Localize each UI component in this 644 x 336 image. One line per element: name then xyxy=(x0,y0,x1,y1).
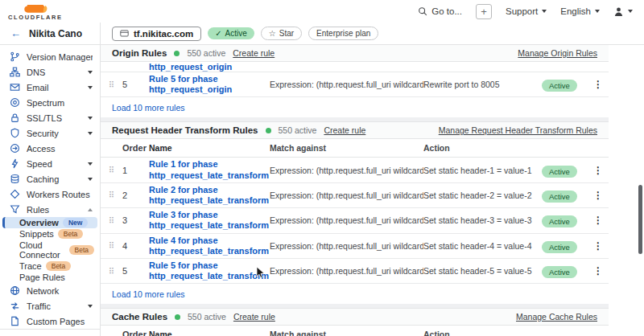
manage-rules-link[interactable]: Manage Cache Rules xyxy=(516,312,597,322)
rule-name-link[interactable]: http_request_origin xyxy=(149,62,232,72)
load-more-link[interactable]: Load 10 more rules xyxy=(112,103,184,113)
section-header: Origin Rules550 activeCreate ruleManage … xyxy=(101,45,609,62)
kebab-menu-button[interactable]: ⋮ xyxy=(588,215,609,226)
chevron-down-icon xyxy=(542,10,547,13)
rule-name-link[interactable]: Rule 2 for phasehttp_request_late_transf… xyxy=(149,185,266,206)
sidebar-item-label: SSL/TLS xyxy=(27,113,81,123)
kebab-menu-button[interactable]: ⋮ xyxy=(588,190,609,201)
sidebar-subitem-label: Trace xyxy=(19,261,42,271)
sidebar-item-label: Custom Pages xyxy=(27,317,93,326)
sidebar-subitem-cloud-connector[interactable]: Cloud ConnectorBeta xyxy=(2,240,97,260)
create-rule-link[interactable]: Create rule xyxy=(233,48,275,58)
section-header: Cache Rules550 activeCreate ruleManage C… xyxy=(101,309,609,326)
status-badge: Active xyxy=(542,266,577,278)
rule-match-expression: Expression: (http.request.full_uri wildc… xyxy=(270,80,423,89)
sidebar-item-rules[interactable]: Rules xyxy=(0,202,100,217)
sidebar-item-dns[interactable]: DNS xyxy=(0,64,100,80)
sidebar-subitem-snippets[interactable]: SnippetsBeta xyxy=(2,228,97,240)
sidebar-item-email[interactable]: Email xyxy=(0,80,100,95)
add-site-button[interactable]: + xyxy=(476,4,492,19)
rule-order: 5 xyxy=(122,80,149,89)
rule-name-link[interactable]: Rule 4 for phasehttp_request_late_transf… xyxy=(149,236,266,256)
rule-action: Set static header-2 = value-2 xyxy=(423,191,542,200)
collapse-sidebar-button[interactable]: «Collapse sidebar xyxy=(0,329,100,336)
sidebar-subitem-label: Cloud Connector xyxy=(19,240,65,260)
load-more-row: Load 10 more rules xyxy=(101,284,609,304)
rule-name-link[interactable]: Rule 3 for phasehttp_request_late_transf… xyxy=(149,210,266,231)
check-icon: ✓ xyxy=(215,29,221,38)
branch-icon xyxy=(10,51,20,62)
chevron-down-icon xyxy=(88,71,93,74)
drag-handle-icon[interactable]: ⠿ xyxy=(101,166,122,174)
active-count: 550 active xyxy=(279,125,317,135)
rule-order: 5 xyxy=(122,266,149,276)
funnel-icon xyxy=(10,204,20,215)
kebab-menu-button[interactable]: ⋮ xyxy=(588,79,609,90)
sidebar-item-version-management[interactable]: Version Management xyxy=(0,49,100,64)
kebab-menu-button[interactable]: ⋮ xyxy=(588,240,609,252)
workers-routes-icon xyxy=(10,189,20,199)
account-header: ← Nikita Cano xyxy=(0,23,101,44)
drag-handle-icon[interactable]: ⠿ xyxy=(101,191,122,199)
create-rule-link[interactable]: Create rule xyxy=(233,312,275,322)
rule-name-link[interactable]: Rule 5 for phasehttp_request_origin xyxy=(149,74,266,95)
active-dot-icon xyxy=(175,314,180,320)
status-badge: Active xyxy=(542,191,577,203)
plan-badge: Enterprise plan xyxy=(308,27,378,40)
sidebar-item-workers-routes[interactable]: Workers Routes xyxy=(0,186,100,202)
back-arrow-icon[interactable]: ← xyxy=(10,27,21,39)
rule-name-line2: http_request_late_transform xyxy=(149,246,266,256)
chevron-down-icon xyxy=(88,132,93,135)
sidebar-subitem-overview[interactable]: OverviewNew xyxy=(2,217,97,228)
load-more-link[interactable]: Load 10 more rules xyxy=(112,289,184,299)
drag-handle-icon[interactable]: ⠿ xyxy=(101,267,122,276)
kebab-menu-button[interactable]: ⋮ xyxy=(588,165,609,176)
sidebar-subitem-page-rules[interactable]: Page Rules xyxy=(2,272,97,283)
sidebar-item-security[interactable]: Security xyxy=(0,125,100,141)
manage-rules-link[interactable]: Manage Request Header Transform Rules xyxy=(439,125,597,135)
sidebar-item-spectrum[interactable]: Spectrum xyxy=(0,95,100,110)
drag-handle-icon[interactable]: ⠿ xyxy=(101,241,122,250)
sidebar-item-speed[interactable]: Speed xyxy=(0,156,100,171)
sidebar-item-access[interactable]: Access xyxy=(0,141,100,156)
rule-name-link[interactable]: Rule 1 for phasehttp_request_late_transf… xyxy=(149,159,266,180)
section-title: Origin Rules xyxy=(112,48,167,58)
access-icon xyxy=(10,143,20,154)
rule-name-line1: Rule 2 for phase xyxy=(149,185,266,195)
manage-rules-link[interactable]: Manage Origin Rules xyxy=(518,48,597,58)
sidebar-item-traffic[interactable]: Traffic xyxy=(0,298,100,313)
main-pane: Origin Rules550 activeCreate ruleManage … xyxy=(101,45,644,336)
drag-handle-icon[interactable]: ⠿ xyxy=(101,216,122,225)
sidebar-item-ssl-tls[interactable]: SSL/TLS xyxy=(0,110,100,125)
section-cache-rules: Cache Rules550 activeCreate ruleManage C… xyxy=(101,309,609,336)
sidebar-subitem-trace[interactable]: TraceBeta xyxy=(2,260,97,272)
table-column-headers: OrderNameMatch againstAction xyxy=(101,139,609,158)
rule-name-link[interactable]: Rule 5 for phasehttp_request_late_transf… xyxy=(149,260,266,281)
support-menu[interactable]: Support xyxy=(506,6,547,16)
language-menu[interactable]: English xyxy=(560,6,600,16)
create-rule-link[interactable]: Create rule xyxy=(324,125,365,135)
sidebar-item-label: Traffic xyxy=(27,301,81,311)
column-action: Action xyxy=(423,330,542,336)
sidebar-item-network[interactable]: Network xyxy=(0,283,100,298)
user-menu[interactable] xyxy=(613,6,633,17)
vertical-scrollbar[interactable] xyxy=(638,185,642,254)
goto-search[interactable]: Go to... xyxy=(418,6,462,16)
drag-handle-icon[interactable]: ⠿ xyxy=(101,80,122,89)
rule-name-line1: Rule 5 for phase xyxy=(149,260,266,271)
kebab-menu-button[interactable]: ⋮ xyxy=(588,265,609,277)
sidebar-item-label: Caching xyxy=(27,174,81,184)
rule-name-line2: http_request_late_transform xyxy=(149,271,266,281)
star-button[interactable]: ☆ Star xyxy=(261,27,302,40)
cloudflare-logo[interactable]: CLOUDFLARE xyxy=(8,2,63,21)
rule-name-line2: http_request_late_transform xyxy=(149,170,266,181)
chevron-down-icon xyxy=(595,10,600,13)
sidebar-item-custom-pages[interactable]: Custom Pages xyxy=(0,313,100,329)
sidebar-item-caching[interactable]: Caching xyxy=(0,171,100,186)
table-column-headers: OrderNameMatch againstAction xyxy=(101,326,609,336)
rule-order: 4 xyxy=(122,241,149,251)
domain-selector[interactable]: tf.nikitac.com xyxy=(112,27,201,41)
language-label: English xyxy=(560,6,591,16)
table-row: ⠿5Rule 5 for phasehttp_request_originExp… xyxy=(101,72,609,97)
rule-name-line2: http_request_late_transform xyxy=(149,220,266,231)
